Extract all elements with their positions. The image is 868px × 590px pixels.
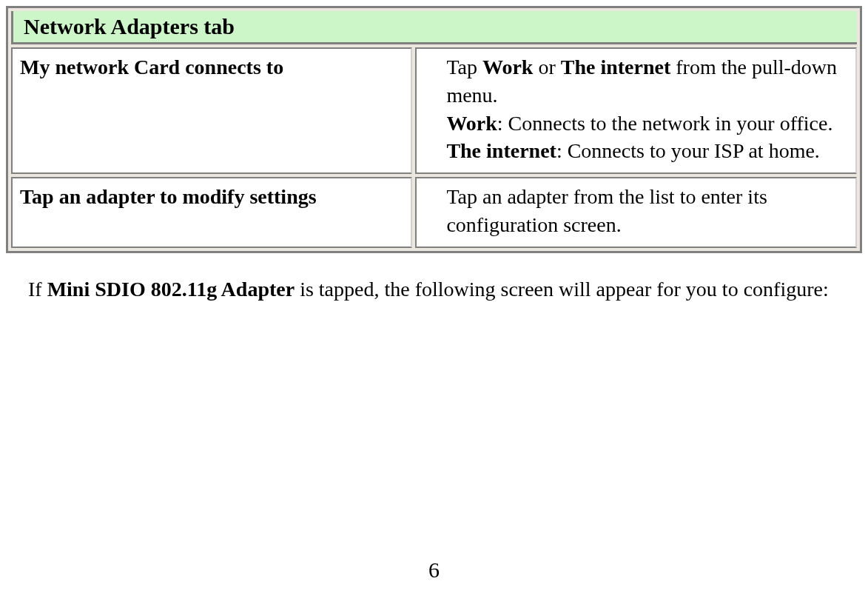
row2-desc-cell: Tap an adapter from the list to enter it… [415,177,857,248]
row2-desc: Tap an adapter from the list to enter it… [446,185,767,236]
row1-label: My network Card connects to [20,56,283,78]
row2-label-cell: Tap an adapter to modify settings [11,177,412,248]
page-number: 6 [0,557,868,583]
row1-line1-pre: Tap [446,56,482,78]
page-content: Network Adapters tab My network Card con… [0,0,868,304]
row1-line1-b2: The internet [561,56,671,78]
row1-desc-cell: Tap Work or The internet from the pull-d… [415,47,857,174]
note-bold: Mini SDIO 802.11g Adapter [47,278,295,301]
note-paragraph: If Mini SDIO 802.11g Adapter is tapped, … [6,253,862,304]
note-post: is tapped, the following screen will app… [295,278,829,301]
table-container: Network Adapters tab My network Card con… [6,6,862,253]
header-title: Network Adapters tab [24,14,235,38]
table-grid: My network Card connects to Tap Work or … [11,47,857,248]
row1-line1-mid: or [533,56,560,78]
row1-line1-b1: Work [482,56,533,78]
row1-label-cell: My network Card connects to [11,47,412,174]
row1-internet-text: : Connects to your ISP at home. [556,139,820,162]
row1-work-text: : Connects to the network in your office… [497,112,833,135]
table-header: Network Adapters tab [11,11,857,44]
row2-label: Tap an adapter to modify settings [20,185,317,208]
row1-internet-b: The internet [446,139,556,162]
note-pre: If [28,278,47,301]
row1-work-b: Work [446,112,497,135]
